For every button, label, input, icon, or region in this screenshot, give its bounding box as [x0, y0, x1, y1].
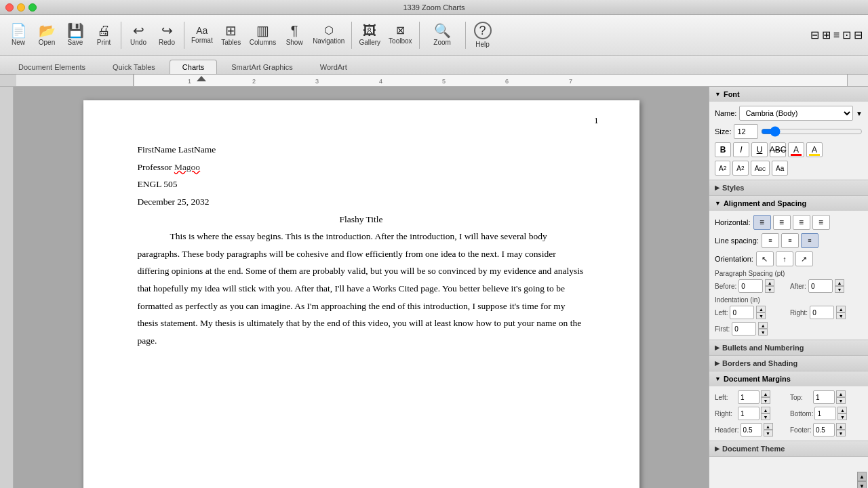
tab-wordart[interactable]: WordArt: [307, 60, 360, 74]
gallery-button[interactable]: 🖼 Gallery: [356, 18, 383, 52]
navigation-button[interactable]: ⬡ Navigation: [310, 18, 347, 52]
view-icon-5[interactable]: ⊟: [854, 28, 863, 41]
before-increment[interactable]: ▲: [765, 279, 774, 286]
tables-button[interactable]: ⊞ Tables: [218, 18, 244, 52]
case-button[interactable]: Aa: [772, 161, 788, 176]
margin-left-decrement[interactable]: ▼: [761, 397, 770, 404]
strikethrough-button[interactable]: ABC: [770, 142, 786, 157]
print-button[interactable]: 🖨 Print: [91, 18, 117, 52]
font-size-slider[interactable]: [761, 126, 863, 137]
margins-section-arrow: ▼: [715, 375, 721, 382]
indent-first-decrement[interactable]: ▼: [758, 329, 768, 336]
new-button[interactable]: 📄 New: [5, 18, 31, 52]
margin-top-increment[interactable]: ▲: [836, 390, 846, 397]
header-decrement[interactable]: ▼: [764, 430, 773, 436]
orient-center-button[interactable]: ↑: [776, 251, 793, 266]
indent-right-decrement[interactable]: ▼: [836, 312, 846, 319]
indentation-section: Indentation (in) Left: ▲ ▼ Right:: [715, 296, 863, 336]
view-icon-4[interactable]: ⊡: [842, 28, 851, 41]
indent-right-increment[interactable]: ▲: [836, 306, 846, 312]
indent-first-increment[interactable]: ▲: [758, 322, 768, 329]
redo-button[interactable]: ↪ Redo: [154, 18, 180, 52]
bold-button[interactable]: B: [715, 142, 731, 157]
view-icon-1[interactable]: ⊟: [810, 28, 819, 41]
underline-button[interactable]: U: [751, 142, 768, 157]
align-right-button[interactable]: ≡: [793, 215, 810, 230]
after-increment[interactable]: ▲: [835, 279, 844, 286]
margin-top-input[interactable]: [813, 390, 835, 404]
spacing-1-5-button[interactable]: ≡: [781, 233, 799, 248]
indent-right-input[interactable]: [810, 306, 834, 319]
borders-section-header[interactable]: ▶ Borders and Shading: [709, 356, 868, 371]
subscript-button[interactable]: A2: [732, 161, 748, 176]
columns-button[interactable]: ▥ Columns: [247, 18, 279, 52]
margin-bottom-increment[interactable]: ▲: [837, 407, 847, 413]
open-button[interactable]: 📂 Open: [34, 18, 60, 52]
after-input[interactable]: [808, 279, 833, 293]
tab-document-elements[interactable]: Document Elements: [5, 60, 98, 74]
tab-quick-tables[interactable]: Quick Tables: [100, 60, 168, 74]
footer-increment[interactable]: ▲: [836, 423, 846, 430]
align-justify-button[interactable]: ≡: [812, 215, 830, 230]
show-button[interactable]: ¶ Show: [281, 18, 307, 52]
footer-input[interactable]: [813, 423, 835, 436]
format-buttons-row: B I U ABC A A: [715, 142, 863, 157]
text-color-button[interactable]: A: [788, 142, 804, 157]
view-icon-2[interactable]: ⊞: [822, 28, 831, 41]
undo-button[interactable]: ↩ Undo: [125, 18, 151, 52]
document-page[interactable]: 1 FirstName LastName Professor Magoo ENG…: [83, 100, 639, 488]
maximize-window-button[interactable]: [28, 3, 37, 12]
spacing-single-button[interactable]: ≡: [762, 233, 779, 248]
indent-left-input[interactable]: [730, 306, 754, 319]
header-input[interactable]: [741, 423, 762, 436]
orient-right-button[interactable]: ↗: [795, 251, 813, 266]
alignment-section-header[interactable]: ▼ Alignment and Spacing: [709, 196, 868, 211]
font-size-input[interactable]: [734, 124, 758, 139]
toolbox-button[interactable]: ⊠ Toolbox: [386, 18, 414, 52]
align-center-button[interactable]: ≡: [773, 215, 791, 230]
view-icon-3[interactable]: ≡: [833, 29, 840, 41]
indent-first-input[interactable]: [732, 322, 756, 336]
highlight-color-button[interactable]: A: [806, 142, 823, 157]
toolbar-separator-3: [351, 22, 352, 49]
margin-right-decrement[interactable]: ▼: [761, 413, 770, 420]
margin-right-increment[interactable]: ▲: [761, 407, 770, 413]
margin-bottom-decrement[interactable]: ▼: [837, 413, 847, 420]
panel-scroll-down[interactable]: ▼: [857, 481, 867, 488]
header-increment[interactable]: ▲: [764, 423, 773, 430]
document-body[interactable]: This is where the essay begins. This is …: [138, 228, 585, 349]
align-left-button[interactable]: ≡: [753, 215, 771, 230]
bullets-section-header[interactable]: ▶ Bullets and Numbering: [709, 340, 868, 355]
panel-scroll-up[interactable]: ▲: [857, 472, 867, 481]
minimize-window-button[interactable]: [17, 3, 25, 12]
styles-section-header[interactable]: ▶ Styles: [709, 180, 868, 195]
tab-charts[interactable]: Charts: [170, 60, 217, 74]
before-decrement[interactable]: ▼: [765, 286, 774, 293]
save-button[interactable]: 💾 Save: [62, 18, 88, 52]
document-area[interactable]: 1 FirstName LastName Professor Magoo ENG…: [14, 87, 709, 488]
after-decrement[interactable]: ▼: [835, 286, 844, 293]
small-caps-button[interactable]: Abc: [751, 161, 770, 176]
footer-decrement[interactable]: ▼: [836, 430, 846, 436]
italic-button[interactable]: I: [733, 142, 749, 157]
close-window-button[interactable]: [5, 3, 14, 12]
theme-section-header[interactable]: ▶ Document Theme: [709, 441, 868, 456]
zoom-button[interactable]: 🔍 Zoom: [424, 18, 461, 52]
format-button[interactable]: Aa Format: [189, 18, 216, 52]
font-section-header[interactable]: ▼ Font: [709, 87, 868, 102]
spacing-double-button[interactable]: ≡: [801, 233, 818, 248]
font-name-select[interactable]: Cambria (Body): [739, 106, 853, 121]
margin-top-decrement[interactable]: ▼: [836, 397, 846, 404]
indent-left-decrement[interactable]: ▼: [756, 312, 766, 319]
before-input[interactable]: [738, 279, 763, 293]
tab-smartart[interactable]: SmartArt Graphics: [218, 60, 305, 74]
orient-left-button[interactable]: ↖: [756, 251, 774, 266]
margins-section-header[interactable]: ▼ Document Margins: [709, 371, 868, 386]
indent-left-increment[interactable]: ▲: [756, 306, 766, 312]
margin-left-input[interactable]: [738, 390, 760, 404]
superscript-button[interactable]: A2: [715, 161, 730, 176]
help-button[interactable]: ? Help: [470, 18, 496, 52]
margin-bottom-input[interactable]: [814, 407, 836, 420]
margin-right-input[interactable]: [738, 407, 760, 420]
margin-left-increment[interactable]: ▲: [761, 390, 770, 397]
